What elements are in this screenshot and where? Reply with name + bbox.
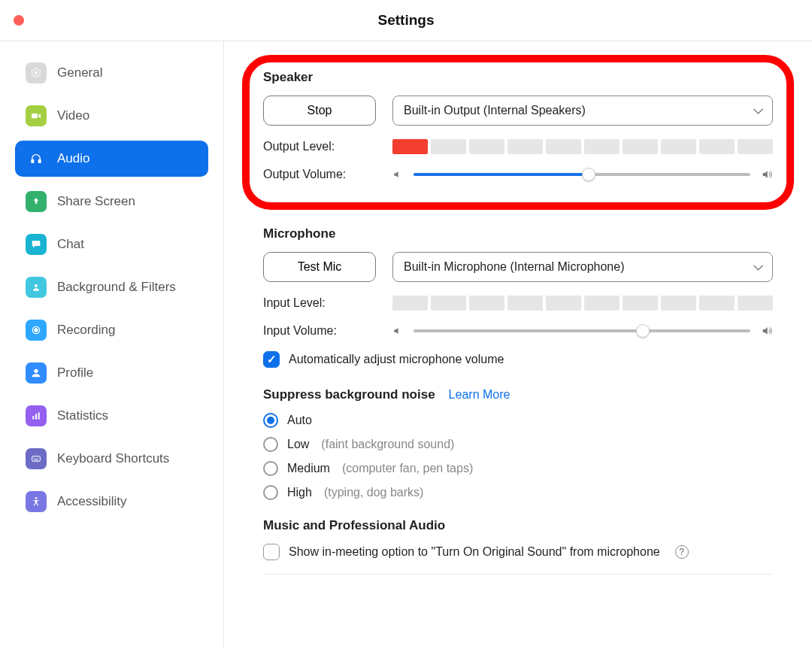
auto-adjust-mic-checkbox[interactable] [263, 351, 280, 368]
auto-adjust-mic-label: Automatically adjust microphone volume [289, 353, 504, 366]
svg-point-7 [34, 369, 38, 373]
output-level-meter [392, 139, 773, 154]
volume-high-icon [761, 325, 773, 337]
sidebar-item-label: Chat [57, 237, 84, 252]
radio-button[interactable] [263, 413, 278, 428]
sidebar-item-label: Accessibility [57, 494, 127, 509]
svg-point-4 [35, 284, 38, 287]
sidebar: General Video Audio Share Screen Chat [0, 41, 224, 649]
noise-option-auto[interactable]: Auto [263, 413, 773, 428]
record-icon [26, 320, 47, 341]
sidebar-item-label: Audio [57, 151, 89, 166]
level-segment [699, 296, 735, 311]
radio-button[interactable] [263, 485, 278, 500]
noise-option-high[interactable]: High(typing, dog barks) [263, 485, 773, 500]
level-segment [508, 139, 543, 154]
radio-button[interactable] [263, 437, 278, 452]
sidebar-item-background-filters[interactable]: Background & Filters [15, 269, 208, 305]
input-volume-label: Input Volume: [263, 324, 376, 338]
output-volume-label: Output Volume: [263, 168, 376, 181]
noise-option-label: Medium [287, 462, 330, 475]
volume-high-icon [761, 168, 773, 180]
slider-thumb[interactable] [636, 324, 650, 338]
noise-option-hint: (computer fan, pen taps) [342, 462, 473, 475]
noise-option-hint: (faint background sound) [321, 438, 454, 451]
mic-device-select[interactable]: Built-in Microphone (Internal Microphone… [392, 252, 773, 282]
svg-rect-10 [38, 412, 40, 419]
sidebar-item-label: Statistics [57, 408, 108, 423]
person-square-icon [26, 277, 47, 298]
keyboard-icon [26, 448, 47, 469]
sidebar-item-general[interactable]: General [15, 55, 208, 91]
content-panel: Speaker Stop Built-in Output (Internal S… [224, 41, 812, 649]
sidebar-item-label: Profile [57, 365, 93, 381]
level-segment [738, 296, 773, 311]
sidebar-item-label: General [57, 65, 102, 80]
level-segment [738, 139, 773, 154]
camera-icon [26, 105, 47, 126]
volume-low-icon [392, 326, 403, 336]
window-close-dot[interactable] [14, 15, 24, 26]
noise-suppression-title: Suppress background noise [263, 387, 435, 402]
noise-option-label: Low [287, 438, 309, 451]
speaker-highlight-annotation: Speaker Stop Built-in Output (Internal S… [242, 55, 794, 210]
output-level-label: Output Level: [263, 140, 376, 153]
microphone-section-title: Microphone [263, 226, 773, 241]
level-segment [392, 296, 428, 311]
svg-rect-8 [32, 416, 34, 420]
speaker-device-select[interactable]: Built-in Output (Internal Speakers) [392, 96, 773, 126]
svg-point-14 [38, 458, 38, 459]
noise-learn-more-link[interactable]: Learn More [449, 388, 511, 402]
music-section-title: Music and Professional Audio [263, 518, 773, 533]
sidebar-item-label: Recording [57, 323, 116, 338]
speaker-device-value: Built-in Output (Internal Speakers) [404, 104, 586, 117]
chat-bubble-icon [26, 234, 47, 255]
radio-button[interactable] [263, 461, 278, 476]
level-segment [546, 139, 581, 154]
slider-thumb[interactable] [582, 168, 595, 181]
level-segment [546, 296, 581, 311]
level-segment [699, 139, 735, 154]
sidebar-item-share-screen[interactable]: Share Screen [15, 183, 208, 220]
svg-rect-3 [38, 159, 41, 162]
section-divider [263, 574, 773, 575]
sidebar-item-label: Share Screen [57, 194, 135, 209]
bar-chart-icon [26, 405, 47, 426]
gear-icon [26, 62, 47, 83]
sidebar-item-keyboard-shortcuts[interactable]: Keyboard Shortcuts [15, 441, 208, 477]
level-segment [392, 139, 428, 154]
noise-option-label: High [287, 486, 312, 499]
svg-rect-15 [34, 459, 38, 460]
sidebar-item-audio[interactable]: Audio [15, 141, 208, 177]
sidebar-item-label: Video [57, 108, 89, 123]
sidebar-item-recording[interactable]: Recording [15, 312, 208, 348]
input-level-label: Input Level: [263, 296, 376, 310]
noise-option-low[interactable]: Low(faint background sound) [263, 437, 773, 452]
input-volume-slider[interactable] [414, 329, 750, 332]
sidebar-item-profile[interactable]: Profile [15, 355, 208, 391]
level-segment [469, 139, 504, 154]
svg-point-16 [35, 497, 38, 499]
sidebar-item-accessibility[interactable]: Accessibility [15, 484, 208, 520]
speaker-test-button[interactable]: Stop [263, 96, 376, 126]
svg-point-13 [35, 458, 36, 459]
mic-test-button[interactable]: Test Mic [263, 252, 376, 282]
noise-option-medium[interactable]: Medium(computer fan, pen taps) [263, 461, 773, 476]
level-segment [584, 139, 620, 154]
svg-point-6 [35, 329, 38, 332]
level-segment [623, 139, 658, 154]
sidebar-item-statistics[interactable]: Statistics [15, 398, 208, 434]
speaker-section-title: Speaker [263, 70, 773, 85]
output-volume-slider[interactable] [414, 173, 750, 176]
original-sound-checkbox[interactable] [263, 544, 280, 560]
level-segment [661, 296, 696, 311]
svg-rect-2 [32, 159, 34, 162]
level-segment [431, 296, 466, 311]
help-icon[interactable]: ? [675, 545, 689, 559]
svg-rect-9 [35, 414, 37, 419]
sidebar-item-video[interactable]: Video [15, 98, 208, 134]
sidebar-item-chat[interactable]: Chat [15, 226, 208, 262]
sidebar-item-label: Keyboard Shortcuts [57, 451, 169, 466]
page-title: Settings [0, 12, 812, 29]
level-segment [623, 296, 658, 311]
